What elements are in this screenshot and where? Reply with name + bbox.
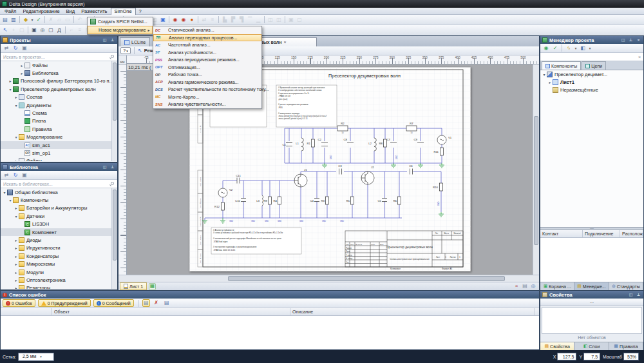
column-header[interactable]: Располож...	[620, 230, 643, 237]
analysis-menu-item[interactable]: TRАнализ переходных процессов...	[153, 34, 261, 42]
tree-item[interactable]: ▸Файлы	[1, 157, 117, 161]
expander-icon[interactable]: ▸	[14, 206, 19, 210]
tree-item[interactable]: ▾Документы	[1, 101, 117, 109]
menu-Разместить[interactable]: Разместить	[78, 8, 110, 15]
align-bottom-icon[interactable]: ▁	[254, 16, 262, 24]
tree-item[interactable]: ▸Полосовой фильтр Баттерворта 10-го п...	[1, 77, 117, 85]
tree-item[interactable]: ▸Микросхемы	[1, 260, 117, 268]
tree-item[interactable]: ▸Резисторы	[1, 284, 117, 289]
menu-Вид[interactable]: Вид	[63, 8, 79, 15]
tree-item[interactable]: ▾Общая библиотека	[1, 188, 117, 196]
menu-?[interactable]: ?	[136, 8, 145, 15]
pin-icon[interactable]: ⊥	[109, 164, 115, 170]
check-icon[interactable]: ✓	[551, 44, 559, 52]
minimize-icon[interactable]: ◫	[102, 164, 108, 170]
tab-lcline[interactable]: LCLine	[120, 37, 150, 46]
pin-icon[interactable]: ⊥	[109, 37, 115, 43]
tree-item[interactable]: ▸Лист1	[540, 78, 643, 86]
select-cursor-icon[interactable]: ↖	[1, 26, 9, 34]
ungroup-icon[interactable]: ▢	[296, 16, 303, 24]
analysis-menu-item[interactable]: DCSРасчет чувствительности по постоянном…	[153, 86, 261, 93]
expander-icon[interactable]: ▾	[14, 214, 19, 219]
help-mode-button[interactable]: ?▾	[120, 47, 131, 54]
expander-icon[interactable]: ▸	[14, 246, 19, 250]
sheet-tab-list1[interactable]: Лист 1	[120, 282, 147, 290]
save-icon[interactable]: ▤	[1, 16, 9, 24]
tree-item[interactable]: ▾Преселектор децимет...	[540, 70, 643, 78]
component-filter-input[interactable]: ×	[540, 53, 643, 61]
analysis-menu-item[interactable]: OPTОптимизация...	[153, 64, 261, 72]
info-counter-button[interactable]: i0 Сообщений	[93, 299, 134, 307]
refresh-icon[interactable]: ↻	[12, 44, 19, 52]
expander-icon[interactable]: ▸	[14, 254, 19, 259]
properties-tab[interactable]: ▦Правила	[609, 342, 643, 350]
tree-item[interactable]: ▾Преселектор дециметровых волн	[1, 85, 117, 93]
close-icon[interactable]: ×	[636, 37, 641, 43]
menu-item[interactable]: Новое моделирование▸	[88, 26, 153, 34]
add-sheet-icon[interactable]: ▦	[149, 283, 156, 290]
caret-icon[interactable]: ▾	[588, 44, 592, 52]
tree-item[interactable]: ▸Конденсаторы	[1, 252, 117, 260]
tree-item[interactable]: Плата	[1, 117, 117, 125]
tree-item[interactable]: sim_op1	[1, 149, 117, 157]
pan-icon[interactable]: +	[10, 26, 17, 34]
pin-red-icon[interactable]: ◉	[171, 16, 179, 24]
align-top-icon[interactable]: ▔	[246, 16, 254, 24]
grid-select[interactable]: 2,5 мм ▾	[18, 353, 54, 361]
lightning-icon[interactable]: ϟ	[565, 44, 573, 52]
collapse-all-icon[interactable]: ▣	[21, 44, 28, 52]
wire-tool-icon[interactable]: ⌐	[68, 26, 75, 34]
tree-item[interactable]: Компонент	[1, 228, 117, 236]
expander-icon[interactable]: ▸	[14, 159, 19, 161]
horizontal-scrollbar[interactable]	[118, 275, 539, 282]
tree-item[interactable]: Неразмещённые	[540, 86, 643, 94]
crosshair-icon[interactable]: ▢	[18, 26, 26, 34]
menu-Редактирование[interactable]: Редактирование	[19, 8, 62, 15]
properties-tab[interactable]: ▤Свойства	[540, 342, 574, 350]
expander-icon[interactable]: ▸	[19, 63, 24, 68]
tree-item[interactable]: ▸Библиотека	[1, 69, 117, 77]
analysis-menu-item[interactable]: ACPАнализ гармонического режима...	[153, 79, 261, 86]
bottom-tab[interactable]: ▤Менедже...	[574, 282, 609, 290]
tree-item[interactable]: sim_ac1	[1, 141, 117, 149]
group-icon[interactable]: ▣	[287, 16, 295, 24]
expander-icon[interactable]: ▸	[14, 95, 19, 99]
pin-icon[interactable]: ⊥	[628, 37, 634, 43]
import-icon[interactable]: ⇄	[3, 172, 10, 179]
export-icon[interactable]: ▤	[522, 282, 528, 290]
column-header[interactable]: Подключение	[583, 230, 620, 237]
bottom-tab[interactable]: ▣Корзина ...	[540, 282, 574, 290]
group-rows-icon[interactable]: ▤	[142, 299, 150, 307]
menu-Файл[interactable]: Файл	[1, 8, 19, 15]
expander-icon[interactable]: ▾	[8, 87, 13, 92]
minimize-icon[interactable]: ◫	[628, 292, 634, 297]
bottom-tab[interactable]: ⊛Стандарты	[609, 282, 643, 290]
vertical-scrollbar[interactable]	[533, 64, 539, 275]
analysis-menu-item[interactable]: DCСтатический анализ...	[153, 26, 261, 34]
user-icon[interactable]: ◆	[22, 16, 30, 24]
align-center-icon[interactable]: ▛	[229, 16, 237, 24]
warning-counter-button[interactable]: 0 Предупреждений	[38, 299, 91, 307]
expander-icon[interactable]: ▸	[14, 286, 19, 289]
expander-icon[interactable]: ▸	[14, 238, 19, 242]
cut-icon[interactable]: ✗	[47, 16, 55, 24]
expander-icon[interactable]: ▾	[542, 72, 547, 77]
tree-item[interactable]: ▸Модули	[1, 268, 117, 276]
select-cursor-icon[interactable]: ↖	[138, 48, 142, 54]
expander-icon[interactable]: ▸	[14, 278, 19, 282]
expander-icon[interactable]: ▾	[8, 198, 13, 202]
align-left-icon[interactable]: ▙	[221, 16, 229, 24]
library-scrollbar[interactable]	[111, 188, 117, 289]
tree-item[interactable]: ▾Датчики	[1, 212, 117, 220]
tree-item[interactable]: ▸Диоды	[1, 236, 117, 244]
tree-item[interactable]: ▸Оптоэлектроника	[1, 276, 117, 284]
tree-item[interactable]: Схема	[1, 109, 117, 117]
filter-icon[interactable]: ◧	[579, 44, 587, 52]
analysis-menu-item[interactable]: MCМонте-Карло...	[153, 93, 261, 101]
caret-icon[interactable]: ▾	[574, 44, 578, 52]
clear-filter-icon[interactable]: ×	[638, 55, 641, 59]
text-tool-icon[interactable]: Д	[55, 26, 63, 34]
expander-icon[interactable]: ▸	[14, 270, 19, 275]
undo-icon[interactable]: ↶	[76, 16, 84, 24]
expander-icon[interactable]: ▾	[14, 103, 19, 108]
